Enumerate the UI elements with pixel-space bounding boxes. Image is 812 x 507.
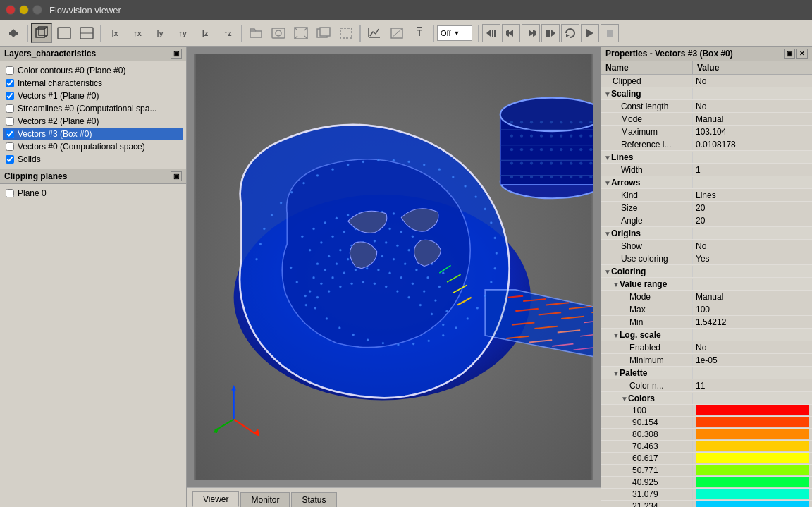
- layer-item-vectors-0[interactable]: Vectors #0 (Computational space): [3, 140, 183, 153]
- palette-color-4: [696, 453, 809, 463]
- anim-stop-button[interactable]: [601, 24, 619, 42]
- back-forward-button[interactable]: [3, 23, 24, 43]
- prop-val-10: 20: [693, 202, 812, 214]
- layer-checkbox-vectors-3[interactable]: [6, 130, 14, 138]
- layers-list: Color contours #0 (Plane #0)Internal cha…: [0, 61, 186, 169]
- prop-name-10: Size: [601, 202, 693, 214]
- open-file-button[interactable]: [245, 23, 266, 43]
- prop-row-25[interactable]: ▼Colors: [601, 392, 812, 405]
- svg-point-11: [276, 30, 281, 36]
- tab-monitor[interactable]: Monitor: [240, 492, 290, 507]
- rect-select-button[interactable]: [336, 23, 357, 43]
- transparency-button[interactable]: [386, 23, 407, 43]
- prop-row-1[interactable]: ▼Scaling: [601, 87, 812, 100]
- axis-y-minus-button[interactable]: |y: [149, 23, 171, 43]
- animation-mode-dropdown[interactable]: Off ▼: [437, 25, 472, 41]
- prop-row-23[interactable]: ▼Palette: [601, 367, 812, 379]
- palette-label-0: 100: [601, 405, 693, 416]
- prop-row-16[interactable]: ▼Value range: [601, 278, 812, 291]
- anim-last-button[interactable]: [541, 24, 560, 42]
- layers-panel-float-button[interactable]: ▣: [171, 49, 182, 59]
- svg-point-90: [400, 276, 402, 279]
- svg-point-136: [455, 326, 457, 329]
- axis-x-plus-button[interactable]: ↑x: [127, 23, 148, 43]
- prop-row-6[interactable]: ▼Lines: [601, 151, 812, 164]
- anim-first-button[interactable]: [482, 24, 500, 42]
- svg-rect-2: [36, 29, 44, 37]
- prop-row-14: Use coloringYes: [601, 252, 812, 265]
- chart-button[interactable]: [364, 23, 385, 43]
- layer-checkbox-internal-char[interactable]: [6, 79, 14, 87]
- prop-name-13: Show: [601, 240, 693, 252]
- anim-next-button[interactable]: [522, 24, 540, 42]
- plane-view-button[interactable]: [76, 23, 97, 43]
- perspective-button[interactable]: [54, 23, 75, 43]
- props-close-button[interactable]: ✕: [796, 49, 808, 59]
- text-mode-button[interactable]: T: [409, 23, 430, 43]
- copy-view-button[interactable]: [313, 23, 334, 43]
- plane-0-checkbox[interactable]: [6, 189, 14, 197]
- axis-x-minus-button[interactable]: |x: [104, 23, 125, 43]
- palette-row-8: 21.234: [601, 501, 812, 507]
- anim-prev-button[interactable]: [502, 24, 520, 42]
- axis-z-minus-button[interactable]: |z: [195, 23, 216, 43]
- axis-y-plus-button[interactable]: ↑y: [172, 23, 193, 43]
- layer-item-color-contours-0[interactable]: Color contours #0 (Plane #0): [3, 64, 183, 77]
- svg-rect-31: [607, 30, 613, 37]
- minimize-button[interactable]: [19, 5, 29, 15]
- svg-point-73: [347, 258, 349, 260]
- svg-point-122: [423, 164, 425, 166]
- layer-item-vectors-3[interactable]: Vectors #3 (Box #0): [3, 128, 183, 140]
- svg-point-53: [388, 228, 390, 230]
- layer-item-vectors-1[interactable]: Vectors #1 (Plane #0): [3, 90, 183, 102]
- anim-play-button[interactable]: [581, 24, 599, 42]
- layer-checkbox-vectors-2[interactable]: [6, 117, 14, 126]
- svg-point-130: [496, 252, 498, 254]
- prop-row-20[interactable]: ▼Log. scale: [601, 329, 812, 341]
- close-button[interactable]: [6, 5, 16, 15]
- canvas-area[interactable]: [194, 54, 593, 480]
- plane-0-item[interactable]: Plane 0: [3, 187, 183, 200]
- svg-point-224: [589, 161, 592, 164]
- layer-item-streamlines-0[interactable]: Streamlines #0 (Computational spa...: [3, 102, 183, 115]
- svg-point-107: [442, 324, 444, 326]
- svg-point-194: [560, 121, 562, 123]
- anim-loop-button[interactable]: [561, 24, 579, 42]
- svg-point-48: [331, 236, 333, 238]
- prop-row-12[interactable]: ▼Origins: [601, 227, 812, 240]
- prop-val-14: Yes: [693, 253, 812, 264]
- tab-status[interactable]: Status: [291, 492, 336, 507]
- tab-viewer[interactable]: Viewer: [192, 491, 239, 507]
- svg-point-222: [570, 161, 572, 164]
- 3d-box-button[interactable]: [31, 23, 52, 43]
- svg-point-46: [309, 249, 311, 251]
- prop-row-15[interactable]: ▼Coloring: [601, 265, 812, 278]
- fit-window-button[interactable]: [290, 23, 312, 43]
- prop-row-8[interactable]: ▼Arrows: [601, 176, 812, 189]
- maximize-button[interactable]: [32, 5, 42, 15]
- layer-checkbox-vectors-1[interactable]: [6, 92, 14, 100]
- layer-checkbox-streamlines-0[interactable]: [6, 104, 14, 113]
- svg-point-230: [560, 176, 562, 178]
- svg-point-78: [404, 263, 406, 265]
- svg-point-202: [550, 135, 553, 138]
- svg-point-191: [530, 121, 533, 123]
- layer-item-internal-char[interactable]: Internal characteristics: [3, 77, 183, 90]
- layer-item-solids[interactable]: Solids: [3, 153, 183, 166]
- prop-name-19: Min: [601, 317, 693, 328]
- svg-point-69: [442, 272, 444, 274]
- layer-checkbox-solids[interactable]: [6, 155, 14, 164]
- layer-checkbox-vectors-0[interactable]: [6, 142, 14, 151]
- svg-point-54: [400, 231, 402, 233]
- svg-point-134: [476, 307, 479, 309]
- clipping-panel-float-button[interactable]: ▣: [171, 171, 182, 181]
- palette-color-0: [696, 405, 809, 415]
- layer-checkbox-color-contours-0[interactable]: [6, 66, 14, 75]
- svg-point-85: [343, 272, 345, 274]
- axis-z-plus-button[interactable]: ↑z: [217, 23, 238, 43]
- props-restore-button[interactable]: ▣: [784, 49, 795, 59]
- clipping-panel-controls: ▣: [171, 171, 182, 181]
- screenshot-button[interactable]: [268, 23, 289, 43]
- layer-item-vectors-2[interactable]: Vectors #2 (Plane #0): [3, 115, 183, 128]
- svg-point-76: [381, 255, 383, 257]
